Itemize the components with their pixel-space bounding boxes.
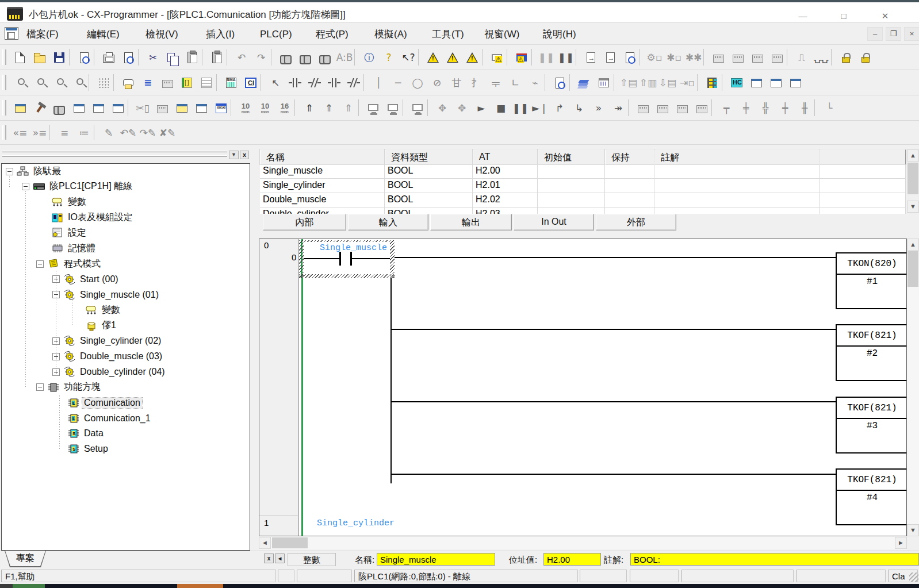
tree-item--[interactable]: 設定 [2,226,88,239]
table-cell[interactable] [538,193,605,207]
return-icon[interactable]: └ [820,98,839,118]
program-check-icon[interactable] [550,73,569,93]
table-cell[interactable]: BOOL [385,207,473,214]
paste-special-icon[interactable] [207,48,227,67]
dec10a-icon[interactable]: 10roon [236,98,255,118]
fb-out-icon[interactable]: 扌 [466,73,486,93]
step-in-icon[interactable]: ↱ [550,98,569,118]
hand1-icon[interactable]: ✥ [432,98,452,118]
pen-redo-icon[interactable]: ↷✎ [138,123,158,143]
tree-item-data[interactable]: SData [2,427,105,440]
redo-icon[interactable]: ↷ [251,48,271,67]
instruction-icon[interactable]: ᆕ [486,73,506,93]
ladder-scroll-down[interactable]: ▼ [907,524,919,536]
contact-nc-icon[interactable] [305,73,324,93]
comment-field[interactable]: BOOL: [630,553,919,566]
mnemonic-icon[interactable] [197,73,216,93]
kb4-icon[interactable] [692,98,711,118]
cut-icon[interactable]: ✂ [143,48,163,67]
project-tab[interactable]: 專案 [5,551,46,567]
table-cell[interactable] [538,207,605,214]
diff5-icon[interactable]: ╫ [795,98,814,118]
diff4-icon[interactable]: ┿ [775,98,795,118]
edit4-icon[interactable]: ⇥▫ [677,73,697,93]
var-tab-2[interactable]: 輸入 [348,214,428,230]
table-cell[interactable] [538,164,605,179]
vertical-icon[interactable]: │ [369,73,388,93]
dialog2-icon[interactable] [766,73,786,93]
tree-dropdown-button[interactable]: ▼ [229,151,239,159]
table-cell[interactable]: H2.03 [473,207,538,214]
zoom-out-icon[interactable] [49,73,69,93]
find-icon[interactable] [276,48,296,67]
menu-4[interactable]: 插入(I) [206,26,244,41]
pc2-icon[interactable] [383,98,403,118]
list-icon[interactable]: ≡ [55,123,74,143]
lock-icon[interactable] [836,48,856,67]
kb2-icon[interactable] [653,98,672,118]
io-mem4-icon[interactable] [767,48,787,67]
dec10b-icon[interactable]: 10roon [255,98,275,118]
table-header-5[interactable]: 保持 [605,149,654,164]
ladder-view-icon[interactable] [177,73,197,93]
table-cell[interactable] [605,179,654,193]
block-list-icon[interactable] [702,73,722,93]
select-icon[interactable]: ↖ [266,73,285,93]
pause2-icon[interactable]: ❚❚ [511,98,530,118]
contact-or-no-icon[interactable] [324,73,344,93]
dialog3-icon[interactable] [786,73,805,93]
dialog1-icon[interactable] [746,73,766,93]
replace-icon[interactable] [296,48,315,67]
name-field[interactable]: Single_muscle [377,553,495,566]
menu-8[interactable]: 工具(T) [432,26,474,41]
table-header-1[interactable]: 名稱 [260,149,385,164]
network-warn-icon[interactable] [487,48,507,67]
ladder-vscroll-thumb[interactable] [907,251,918,287]
diff3-icon[interactable]: ╬ [756,98,775,118]
mdi-close-button[interactable]: × [904,27,919,41]
table-scroll-up[interactable]: ▲ [907,149,919,162]
change-all-icon[interactable]: A:B [335,48,354,67]
var-tab-4[interactable]: In Out [514,214,594,230]
table-cell[interactable] [654,193,820,207]
work-online-icon[interactable] [512,48,531,67]
table-header-7[interactable] [820,149,906,164]
table-cell[interactable]: Single_cylinder [260,179,385,193]
tree-item-comunication[interactable]: LComunication [2,397,142,409]
mdi-minimize-button[interactable]: – [867,27,883,41]
var-tab-3[interactable]: 輸出 [430,214,512,230]
minimize-button[interactable]: — [794,10,811,23]
tree-item-io-[interactable]: IO表及模組設定 [2,212,135,224]
tree-item-single-cylinder-02-[interactable]: Single_cylinder (02) [2,335,163,347]
memory-view-icon[interactable] [594,73,614,93]
menu-6[interactable]: 程式(P) [316,26,358,41]
zoom-in-icon[interactable] [69,73,89,93]
find-warn-icon[interactable] [462,48,482,67]
rung-list-icon[interactable]: ≣ [138,73,158,93]
ladder-scroll-right[interactable]: ► [895,537,907,549]
hc-monitor-icon[interactable] [727,73,746,93]
editbar-close-button[interactable]: x [264,554,274,563]
about-icon[interactable]: ⓘ [359,48,379,67]
selection-box[interactable]: Single_muscle [299,240,395,278]
indent-left-icon[interactable]: «≡ [10,123,30,143]
table-header-6[interactable]: 註解 [654,149,820,164]
undo-icon[interactable]: ↶ [232,48,251,67]
compile-all-icon[interactable] [575,73,594,93]
kb3-icon[interactable] [672,98,692,118]
trace-icon[interactable]: ⍽⍽ [811,48,831,67]
monitor3-icon[interactable]: ✱✱ [684,48,703,67]
menu-5[interactable]: PLC(P) [260,26,302,41]
paste-icon[interactable] [182,48,202,67]
hand2-icon[interactable]: ✥ [452,98,472,118]
help-icon[interactable]: ? [379,48,399,67]
contact-no-icon[interactable] [285,73,305,93]
collapse-icon[interactable] [36,260,44,268]
ladder-scroll-left[interactable]: ◄ [259,537,271,549]
edit3-icon[interactable]: ⇩▤ [658,73,677,93]
fb-in-icon[interactable]: 甘 [447,73,466,93]
table-header-4[interactable]: 初始值 [538,149,605,164]
up3-icon[interactable]: ⇑ [339,98,358,118]
table-cell[interactable] [654,164,820,179]
diff1-icon[interactable]: ┯ [717,98,736,118]
